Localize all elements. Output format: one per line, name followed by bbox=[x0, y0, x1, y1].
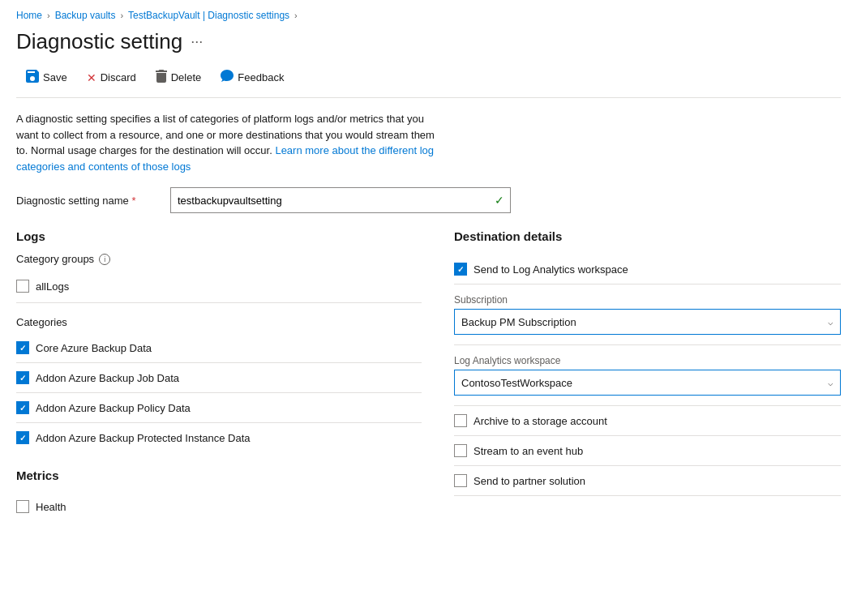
category-checkbox-2[interactable] bbox=[16, 401, 29, 414]
right-panel: Destination details Send to Log Analytic… bbox=[454, 229, 841, 521]
workspace-dropdown[interactable]: ContosoTestWorkspace ⌵ bbox=[454, 370, 841, 396]
discard-label: Discard bbox=[101, 71, 136, 83]
metrics-section-title: Metrics bbox=[16, 468, 422, 482]
breadcrumb-vault-diagnostic[interactable]: TestBackupVault | Diagnostic settings bbox=[128, 10, 289, 21]
save-button[interactable]: Save bbox=[16, 66, 77, 89]
breadcrumb-backup-vaults[interactable]: Backup vaults bbox=[55, 10, 116, 21]
feedback-label: Feedback bbox=[238, 71, 284, 83]
logs-divider bbox=[16, 302, 422, 303]
archive-storage-row: Archive to a storage account bbox=[454, 406, 841, 436]
partner-solution-row: Send to partner solution bbox=[454, 466, 841, 496]
setting-name-input-wrapper: ✓ bbox=[170, 187, 511, 213]
workspace-section: Log Analytics workspace ContosoTestWorks… bbox=[454, 345, 841, 406]
input-valid-icon: ✓ bbox=[495, 194, 504, 207]
delete-button[interactable]: Delete bbox=[146, 66, 212, 89]
metrics-section: Metrics Health bbox=[16, 468, 422, 521]
partner-solution-checkbox[interactable] bbox=[454, 474, 467, 487]
diagnostic-setting-name-field: Diagnostic setting name * ✓ bbox=[16, 187, 841, 213]
feedback-icon bbox=[221, 70, 234, 85]
discard-button[interactable]: ✕ Discard bbox=[77, 67, 146, 88]
left-panel: Logs Category groups i allLogs Categorie… bbox=[16, 229, 422, 521]
workspace-value: ContosoTestWorkspace bbox=[461, 377, 572, 389]
categories-title: Categories bbox=[16, 316, 422, 328]
toolbar: Save ✕ Discard Delete Feedback bbox=[16, 66, 841, 98]
category-row-2: Addon Azure Backup Policy Data bbox=[16, 393, 422, 423]
discard-icon: ✕ bbox=[87, 71, 96, 84]
event-hub-row: Stream to an event hub bbox=[454, 436, 841, 466]
category-label-2: Addon Azure Backup Policy Data bbox=[36, 402, 191, 414]
breadcrumb-home[interactable]: Home bbox=[16, 10, 42, 21]
log-analytics-label: Send to Log Analytics workspace bbox=[473, 263, 628, 276]
delete-icon bbox=[156, 70, 167, 85]
category-row-0: Core Azure Backup Data bbox=[16, 333, 422, 363]
subscription-dropdown[interactable]: Backup PM Subscription ⌵ bbox=[454, 309, 841, 335]
category-row-3: Addon Azure Backup Protected Instance Da… bbox=[16, 423, 422, 452]
partner-solution-label: Send to partner solution bbox=[473, 475, 585, 487]
category-label-1: Addon Azure Backup Job Data bbox=[36, 372, 179, 384]
workspace-field-label: Log Analytics workspace bbox=[454, 355, 841, 366]
setting-name-label: Diagnostic setting name * bbox=[16, 195, 162, 207]
archive-storage-checkbox[interactable] bbox=[454, 414, 467, 427]
description: A diagnostic setting specifies a list of… bbox=[16, 111, 438, 174]
page-title-container: Diagnostic setting ··· bbox=[16, 29, 841, 54]
category-checkbox-1[interactable] bbox=[16, 371, 29, 384]
archive-storage-label: Archive to a storage account bbox=[473, 415, 607, 427]
category-checkbox-0[interactable] bbox=[16, 341, 29, 354]
subscription-section: Subscription Backup PM Subscription ⌵ bbox=[454, 284, 841, 345]
event-hub-checkbox[interactable] bbox=[454, 444, 467, 457]
category-checkbox-3[interactable] bbox=[16, 431, 29, 444]
metrics-row-0: Health bbox=[16, 492, 422, 521]
main-content: Logs Category groups i allLogs Categorie… bbox=[16, 229, 841, 521]
all-logs-checkbox[interactable] bbox=[16, 280, 29, 293]
event-hub-label: Stream to an event hub bbox=[473, 445, 583, 457]
logs-section: Logs Category groups i allLogs Categorie… bbox=[16, 229, 422, 452]
category-groups-label: Category groups i bbox=[16, 253, 422, 265]
destination-title: Destination details bbox=[454, 229, 841, 243]
all-logs-row: allLogs bbox=[16, 273, 422, 299]
breadcrumb: Home › Backup vaults › TestBackupVault |… bbox=[16, 10, 841, 21]
page-title: Diagnostic setting bbox=[16, 29, 182, 54]
log-analytics-row: Send to Log Analytics workspace bbox=[454, 255, 841, 284]
metrics-label-0: Health bbox=[36, 501, 66, 513]
workspace-dropdown-arrow: ⌵ bbox=[828, 378, 833, 388]
log-analytics-checkbox[interactable] bbox=[454, 263, 467, 276]
category-label-3: Addon Azure Backup Protected Instance Da… bbox=[36, 432, 251, 444]
save-icon bbox=[26, 70, 39, 85]
all-logs-label: allLogs bbox=[36, 280, 69, 293]
subscription-value: Backup PM Subscription bbox=[461, 316, 576, 328]
setting-name-input[interactable] bbox=[170, 187, 511, 213]
subscription-field-label: Subscription bbox=[454, 294, 841, 306]
category-row-1: Addon Azure Backup Job Data bbox=[16, 363, 422, 393]
category-label-0: Core Azure Backup Data bbox=[36, 342, 152, 354]
categories-section: Categories Core Azure Backup Data Addon … bbox=[16, 316, 422, 452]
subscription-dropdown-arrow: ⌵ bbox=[828, 317, 833, 327]
logs-section-title: Logs bbox=[16, 229, 422, 243]
metrics-checkbox-0[interactable] bbox=[16, 500, 29, 513]
save-label: Save bbox=[43, 71, 67, 83]
more-options-icon[interactable]: ··· bbox=[191, 33, 203, 50]
category-groups-info-icon[interactable]: i bbox=[99, 254, 110, 265]
delete-label: Delete bbox=[171, 71, 202, 83]
feedback-button[interactable]: Feedback bbox=[211, 66, 294, 89]
